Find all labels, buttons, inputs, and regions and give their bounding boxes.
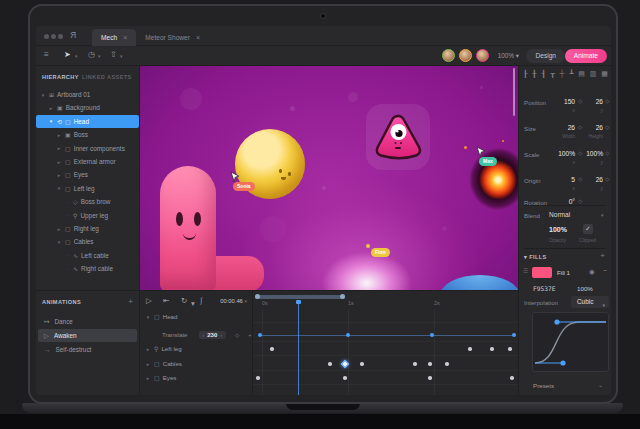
pink-worm-character[interactable] [160,166,216,290]
tab-mech[interactable]: Mech× [92,29,136,46]
playhead-handle[interactable] [296,300,301,304]
hierarchy-item-left-leg[interactable]: ▾▢Left leg [36,182,139,195]
property-value-input[interactable]: 26 [543,124,575,131]
remove-fill-icon[interactable]: − [603,267,607,274]
keyframe[interactable] [445,362,449,366]
scrollbar-handle[interactable] [255,294,260,299]
history-tool-icon[interactable]: ◷ [88,50,95,59]
add-keyframe-icon[interactable]: + [248,332,251,338]
history-tool-caret-icon[interactable]: ▾ [98,53,101,59]
keyframe[interactable] [428,362,432,366]
keyframe[interactable] [510,376,514,380]
align-right-icon[interactable]: ┨ [541,70,545,78]
curve-mode-icon[interactable]: ∫ [200,296,202,305]
expander-icon[interactable]: ▸ [145,346,151,352]
presets-caret-icon[interactable]: ⌄ [598,381,603,388]
expander-icon[interactable]: · [64,199,70,205]
track-value-input[interactable]: ‹230› [199,331,226,339]
avatar-3[interactable] [476,49,489,62]
curve-handle[interactable] [560,360,565,365]
curve-handle[interactable] [554,319,559,324]
playhead[interactable] [298,300,299,395]
expander-icon[interactable]: ▾ [40,92,46,98]
keyframe-diamond-icon[interactable]: ◇ [605,176,609,182]
animation-item-dance[interactable]: ↦Dance [38,315,137,328]
presets-label[interactable]: Presets [533,382,554,389]
expander-icon[interactable]: ▸ [56,132,62,138]
keyframe[interactable] [256,376,260,380]
property-value-input[interactable]: 150 [543,98,575,105]
align-middle-icon[interactable]: ┼ [559,70,564,78]
canvas[interactable]: SoniaMaxFinn [140,66,518,290]
align-bottom-icon[interactable]: ┸ [569,70,573,78]
expander-icon[interactable]: ▾ [56,185,62,191]
hierarchy-item-background[interactable]: ▸▣Background [36,101,139,114]
stepper-left-icon[interactable]: ‹ [203,332,205,338]
timecode[interactable]: 00:00.46 ▾ [220,298,247,304]
property-value-input[interactable]: 100% [543,150,575,157]
loop-button[interactable]: ↻ [181,296,187,305]
keyframe[interactable] [343,376,347,380]
expander-icon[interactable]: · [64,252,70,258]
keyframe-diamond-icon[interactable]: ◇ [605,150,609,156]
track-cables[interactable]: ▸▢Cables [140,357,252,370]
window-minimize-button[interactable] [51,34,56,39]
stepper-right-icon[interactable]: › [220,332,222,338]
expander-icon[interactable]: · [64,266,70,272]
design-mode-button[interactable]: Design [526,49,565,63]
fill-name[interactable]: Fill 1 [557,269,570,276]
add-fill-button[interactable]: + [600,251,605,260]
keyframe-diamond-icon[interactable]: ◇ [605,124,609,130]
hierarchy-item-artboard-01[interactable]: ▾⊞Artboard 01 [36,88,139,101]
add-animation-button[interactable]: + [128,297,133,306]
expander-icon[interactable]: ▾ [145,314,151,320]
blend-select[interactable]: Normal [549,211,570,218]
align-top-icon[interactable]: ┰ [550,70,554,78]
clip-checkbox[interactable]: ✓ [583,224,593,234]
fill-visibility-icon[interactable]: ◉ [589,268,595,276]
keyframe-area[interactable]: 0s1s2s [253,291,518,395]
track-translate[interactable]: Translate‹230›◇+ [140,328,252,341]
keyframe[interactable] [512,333,517,338]
track-eyes[interactable]: ▸▢Eyes [140,371,252,384]
hierarchy-item-boss-brow[interactable]: ·◇Boss brow [36,195,139,208]
property-value-input[interactable]: 0° [543,198,575,205]
export-tool-caret-icon[interactable]: ▾ [120,53,123,59]
keyframe-diamond-icon[interactable]: ◇ [578,198,582,204]
zoom-level[interactable]: 100% ▾ [498,52,519,60]
keyframe[interactable] [428,376,432,380]
keyframe[interactable] [508,347,512,351]
property-value-input[interactable]: 5 [543,176,575,183]
window-close-button[interactable] [44,34,49,39]
hierarchy-item-left-cable[interactable]: ·∿Left cable [36,249,139,262]
hierarchy-item-eyes[interactable]: ▸▢Eyes [36,168,139,181]
property-value-input[interactable]: 26 [581,98,603,105]
explosion-sprite[interactable] [462,140,518,218]
expander-icon[interactable]: ▸ [145,375,151,381]
avatar-2[interactable] [459,49,472,62]
expander-icon[interactable]: ▸ [56,159,62,165]
keyframe[interactable] [490,347,494,351]
interpolation-select[interactable]: Cubic▾ [571,296,609,308]
cursor-tool-caret-icon[interactable]: ▾ [75,53,78,59]
hierarchy-item-right-leg[interactable]: ▸▢Right leg [36,222,139,235]
fill-color-swatch[interactable] [532,267,552,278]
hierarchy-item-external-armor[interactable]: ▸▢External armor [36,155,139,168]
fill-drag-handle-icon[interactable]: ☰ [523,267,528,274]
timeline-scrollbar[interactable] [255,295,345,299]
tidy-icon[interactable]: ▦ [601,70,608,78]
keyframe-diamond-icon[interactable]: ◇ [235,332,239,338]
expander-icon[interactable]: ▸ [56,145,62,151]
track-left-leg[interactable]: ▸⚲Left leg [140,342,252,355]
keyframe[interactable] [468,347,472,351]
scrollbar-handle[interactable] [340,294,345,299]
track-head[interactable]: ▾▢Head [140,310,252,323]
animation-item-awaken[interactable]: ▷Awaken [38,329,137,342]
distribute-h-icon[interactable]: ▤ [578,70,585,78]
expander-icon[interactable]: ▾ [48,118,54,124]
expander-icon[interactable]: ▸ [48,105,54,111]
expander-icon[interactable]: · [64,212,70,218]
keyframe[interactable] [328,362,332,366]
loop-caret-icon[interactable]: ▾ [191,299,195,308]
skip-back-button[interactable]: ⇤ [163,296,169,305]
